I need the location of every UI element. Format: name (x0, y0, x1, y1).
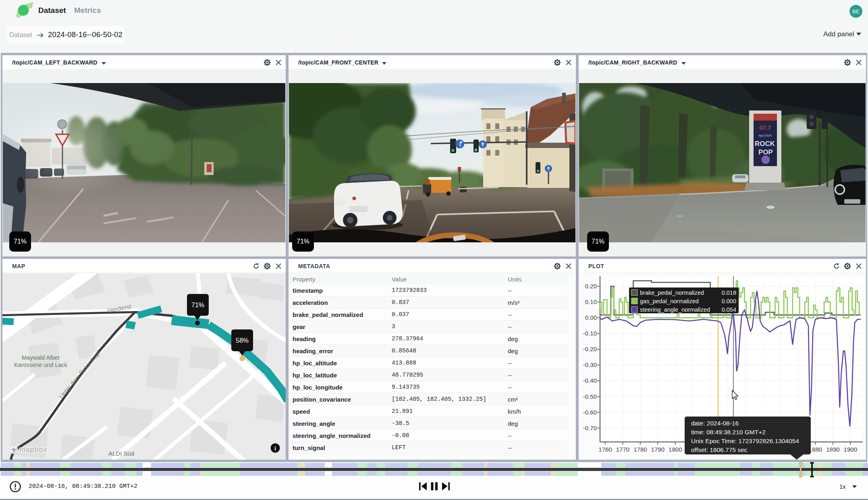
svg-text:mapbox: mapbox (19, 446, 48, 454)
svg-text:POP: POP (758, 148, 773, 156)
svg-text:0.018: 0.018 (722, 290, 736, 296)
svg-text:0.10: 0.10 (585, 298, 597, 305)
svg-text:1900: 1900 (844, 446, 857, 453)
svg-text:NESTER: NESTER (759, 134, 772, 138)
svg-text:i: i (274, 446, 276, 452)
svg-text:1800: 1800 (669, 446, 682, 453)
svg-text:-0.10: -0.10 (583, 330, 597, 337)
svg-text:-0.40: -0.40 (583, 377, 597, 384)
svg-text:-0.50: -0.50 (583, 393, 597, 400)
svg-text:1790: 1790 (651, 446, 664, 453)
svg-text:71%: 71% (191, 302, 204, 308)
svg-text:gas_pedal_normalized: gas_pedal_normalized (640, 298, 699, 304)
svg-text:0.20: 0.20 (585, 283, 597, 290)
svg-text:1890: 1890 (826, 446, 839, 453)
svg-text:58%: 58% (236, 337, 249, 344)
svg-text:time: 08:49:38.210 GMT+2: time: 08:49:38.210 GMT+2 (691, 429, 766, 435)
svg-text:-0.60: -0.60 (583, 409, 597, 416)
svg-text:-0.20: -0.20 (583, 346, 597, 352)
svg-text:07.7: 07.7 (759, 124, 771, 131)
svg-text:-0.30: -0.30 (583, 361, 597, 368)
svg-text:0.00: 0.00 (585, 314, 597, 321)
svg-text:brake_pedal_normalized: brake_pedal_normalized (640, 290, 704, 296)
svg-text:date: 2024-08-16: date: 2024-08-16 (691, 420, 739, 427)
svg-text:0.000: 0.000 (722, 298, 736, 304)
svg-text:steering_angle_normalized: steering_angle_normalized (640, 306, 710, 313)
svg-text:Karosserie und Lack: Karosserie und Lack (14, 362, 68, 368)
svg-text:Unix Epoc Time: 1723792826.130: Unix Epoc Time: 1723792826.1304054 (691, 438, 799, 444)
svg-text:offset: 1806.775 sec: offset: 1806.775 sec (691, 446, 748, 453)
svg-text:1770: 1770 (616, 446, 629, 453)
svg-text:ALDI Süd: ALDI Süd (108, 450, 134, 457)
svg-text:ROCK: ROCK (755, 140, 775, 148)
svg-text:-0.70: -0.70 (583, 425, 597, 431)
svg-text:1760: 1760 (598, 446, 612, 453)
svg-text:0.054: 0.054 (722, 306, 736, 313)
svg-text:Maywald Alber: Maywald Alber (22, 354, 60, 361)
svg-text:1780: 1780 (633, 446, 647, 453)
